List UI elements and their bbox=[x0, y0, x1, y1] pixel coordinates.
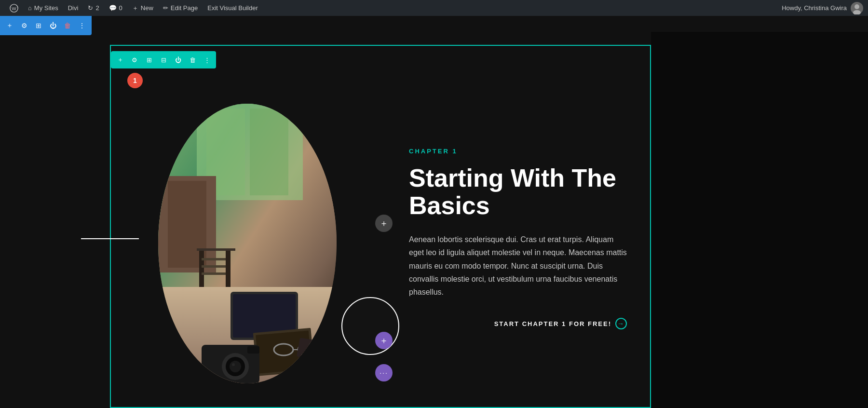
plus-icon: ＋ bbox=[132, 4, 138, 13]
svg-point-28 bbox=[232, 363, 235, 366]
updates-menu[interactable]: ↻ 2 bbox=[83, 0, 104, 16]
add-module-btn[interactable]: ＋ bbox=[375, 215, 393, 232]
admin-bar: W ⌂ My Sites Divi ↻ 2 💬 0 ＋ New ✏ Edit P… bbox=[0, 0, 868, 16]
section-delete-btn[interactable]: 🗑 bbox=[186, 54, 199, 66]
wordpress-logo[interactable]: W bbox=[5, 0, 23, 16]
settings-btn[interactable]: ⚙ bbox=[18, 19, 30, 32]
section-toolbar: ＋ ⚙ ⊞ ⊟ ⏻ 🗑 ⋮ bbox=[111, 51, 216, 68]
row-number-badge: 1 bbox=[127, 73, 143, 88]
svg-rect-10 bbox=[197, 248, 235, 251]
duplicate-btn[interactable]: ⊞ bbox=[33, 19, 44, 32]
svg-rect-12 bbox=[226, 251, 231, 289]
delete-btn[interactable]: 🗑 bbox=[62, 19, 73, 32]
section-disable-btn[interactable]: ⏻ bbox=[172, 54, 184, 66]
section-duplicate-btn[interactable]: ⊞ bbox=[143, 54, 155, 66]
edit-icon: ✏ bbox=[163, 4, 168, 12]
add-row-btn[interactable]: ＋ bbox=[375, 332, 393, 349]
svg-rect-7 bbox=[250, 109, 288, 195]
cta-arrow-icon: → bbox=[615, 318, 627, 329]
line-accent bbox=[81, 238, 139, 239]
workspace-scene bbox=[158, 104, 337, 383]
right-panel bbox=[651, 32, 868, 408]
circle-decoration bbox=[341, 297, 399, 355]
svg-text:W: W bbox=[12, 5, 16, 11]
user-avatar[interactable] bbox=[851, 2, 863, 14]
builder-toolbar: ＋ ⚙ ⊞ ⏻ 🗑 ⋮ bbox=[0, 16, 92, 35]
svg-rect-15 bbox=[202, 272, 226, 275]
my-sites-icon: ⌂ bbox=[28, 4, 32, 12]
right-column: CHAPTER 1 Starting With The Basics Aenea… bbox=[385, 69, 651, 408]
more-btn[interactable]: ⋮ bbox=[76, 19, 88, 32]
updates-icon: ↻ bbox=[88, 4, 93, 12]
chapter-title: Starting With The Basics bbox=[409, 164, 627, 219]
section-grid-btn[interactable]: ⊟ bbox=[157, 54, 170, 66]
svg-rect-13 bbox=[202, 258, 226, 260]
new-menu[interactable]: ＋ New bbox=[127, 0, 158, 16]
main-content: ＋ ⚙ ⊞ ⊟ ⏻ 🗑 ⋮ 1 bbox=[0, 16, 868, 408]
my-sites-menu[interactable]: ⌂ My Sites bbox=[23, 0, 63, 16]
section-settings-btn[interactable]: ⚙ bbox=[128, 54, 141, 66]
left-column bbox=[110, 69, 385, 408]
comments-icon: 💬 bbox=[109, 4, 117, 12]
content-area: CHAPTER 1 Starting With The Basics Aenea… bbox=[110, 69, 651, 408]
user-info: Howdy, Christina Gwira bbox=[782, 2, 863, 14]
svg-point-2 bbox=[854, 4, 859, 9]
divi-menu[interactable]: Divi bbox=[63, 0, 83, 16]
svg-rect-11 bbox=[199, 251, 204, 289]
svg-rect-29 bbox=[247, 346, 259, 354]
section-more-btn[interactable]: ⋮ bbox=[201, 54, 213, 66]
add-section-btn[interactable]: ＋ bbox=[4, 19, 15, 32]
svg-point-3 bbox=[853, 10, 861, 14]
edit-page-btn[interactable]: ✏ Edit Page bbox=[158, 0, 203, 16]
chapter-body: Aenean lobortis scelerisque dui. Cras ut… bbox=[409, 233, 627, 299]
svg-rect-14 bbox=[202, 265, 226, 268]
chapter-cta-link[interactable]: START CHAPTER 1 FOR FREE! → bbox=[409, 318, 627, 329]
exit-builder-btn[interactable]: Exit Visual Builder bbox=[203, 0, 263, 16]
section-add-btn[interactable]: ＋ bbox=[114, 54, 126, 66]
disable-btn[interactable]: ⏻ bbox=[47, 19, 59, 32]
comments-menu[interactable]: 💬 0 bbox=[104, 0, 127, 16]
more-options-btn[interactable]: ··· bbox=[375, 364, 393, 381]
chapter-image bbox=[158, 104, 337, 383]
chapter-label: CHAPTER 1 bbox=[409, 148, 627, 155]
svg-point-27 bbox=[230, 361, 241, 372]
